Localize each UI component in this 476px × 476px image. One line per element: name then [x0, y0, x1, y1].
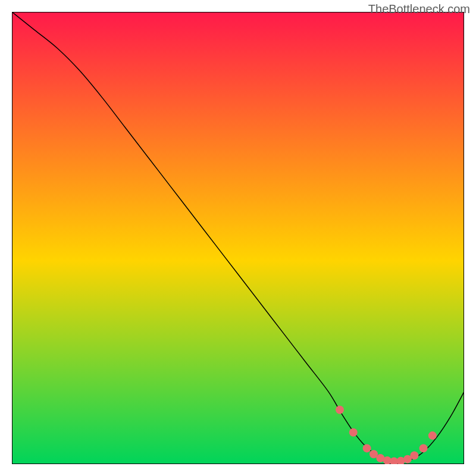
optimal-marker — [363, 444, 371, 452]
watermark-text: TheBottleneck.com — [368, 2, 470, 16]
optimal-marker — [349, 428, 358, 437]
plot-area — [12, 12, 464, 464]
optimal-marker — [410, 452, 418, 460]
optimal-marker — [428, 431, 437, 440]
optimal-marker — [419, 444, 428, 452]
gradient-background — [12, 12, 464, 464]
optimal-marker — [336, 406, 344, 414]
chart-svg — [12, 12, 464, 464]
chart-container: TheBottleneck.com — [0, 0, 476, 476]
